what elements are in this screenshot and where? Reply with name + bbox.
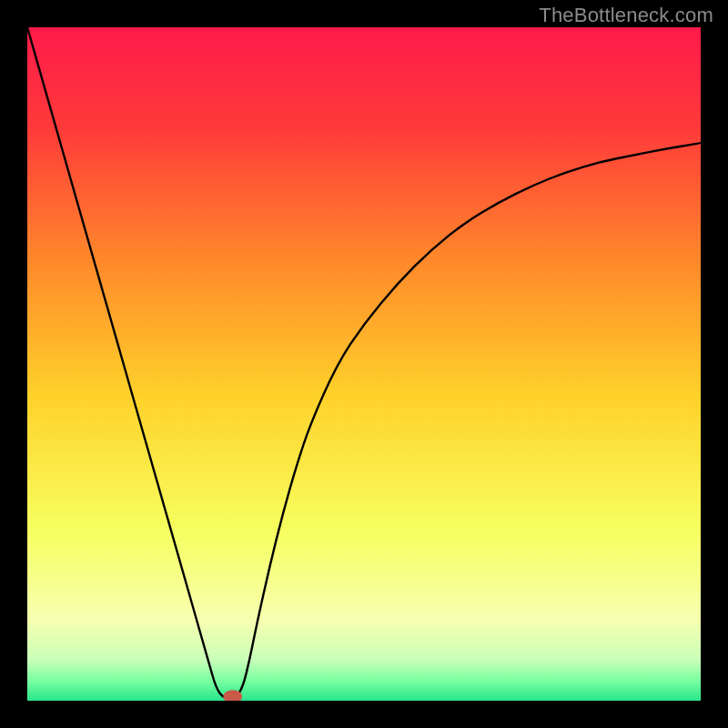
plot-area <box>27 27 701 701</box>
bottleneck-chart <box>27 27 701 701</box>
gradient-background <box>27 27 701 701</box>
chart-frame: TheBottleneck.com <box>0 0 728 728</box>
watermark-label: TheBottleneck.com <box>539 4 713 27</box>
